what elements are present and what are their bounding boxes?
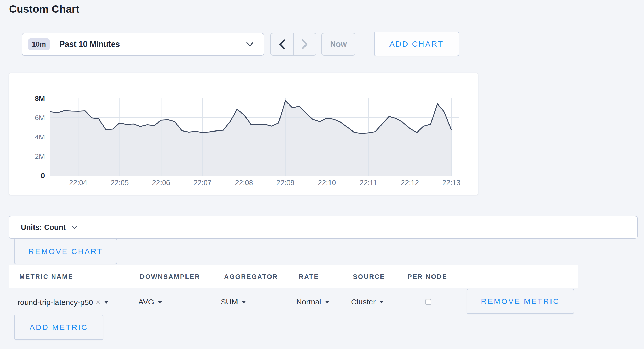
x-axis-tick-label: 22:11 xyxy=(360,179,377,187)
chevron-down-icon xyxy=(246,42,254,47)
chart-card: 02M4M6M8M22:0422:0522:0622:0722:0822:092… xyxy=(9,73,478,195)
downsampler-dropdown[interactable]: AVG xyxy=(138,298,162,306)
x-axis-tick-label: 22:04 xyxy=(69,179,87,187)
y-axis-tick-label: 2M xyxy=(35,152,45,160)
x-axis-tick-label: 22:13 xyxy=(442,179,460,187)
caret-down-icon xyxy=(104,301,109,304)
column-header-rate: RATE xyxy=(299,273,319,280)
x-axis-tick-label: 22:07 xyxy=(193,179,211,187)
remove-tag-icon[interactable]: × xyxy=(96,298,100,307)
now-button[interactable]: Now xyxy=(321,33,355,56)
time-back-button[interactable] xyxy=(271,33,293,55)
rate-value: Normal xyxy=(296,298,321,306)
chevron-right-icon xyxy=(301,39,308,49)
caret-down-icon xyxy=(242,301,246,303)
timeseries-chart[interactable]: 02M4M6M8M22:0422:0522:0622:0722:0822:092… xyxy=(9,73,478,195)
chart-area-fill xyxy=(50,101,451,176)
column-header-aggregator: AGGREGATOR xyxy=(224,273,278,280)
x-axis-tick-label: 22:12 xyxy=(401,179,419,187)
y-axis-tick-label: 8M xyxy=(35,94,45,102)
y-axis-tick-label: 6M xyxy=(35,114,45,122)
toolbar-divider xyxy=(9,32,9,55)
time-window-label: Past 10 Minutes xyxy=(60,40,120,49)
caret-down-icon xyxy=(158,301,162,303)
y-axis-tick-label: 4M xyxy=(35,133,45,141)
x-axis-tick-label: 22:09 xyxy=(276,179,294,187)
time-window-select[interactable]: 10m Past 10 Minutes xyxy=(22,33,264,56)
page-title: Custom Chart xyxy=(9,3,79,15)
column-header-metric-name: METRIC NAME xyxy=(19,273,73,280)
add-chart-button[interactable]: ADD CHART xyxy=(374,32,459,56)
source-value: Cluster xyxy=(351,298,376,306)
time-nav-group xyxy=(270,33,316,56)
time-window-badge: 10m xyxy=(28,38,50,50)
x-axis-tick-label: 22:06 xyxy=(152,179,170,187)
units-select-label: Units: Count xyxy=(21,223,66,232)
rate-dropdown[interactable]: Normal xyxy=(296,298,329,306)
aggregator-dropdown[interactable]: SUM xyxy=(221,298,246,306)
aggregator-value: SUM xyxy=(221,298,238,306)
remove-metric-button[interactable]: REMOVE METRIC xyxy=(467,289,574,314)
y-axis-tick-label: 0 xyxy=(41,172,45,180)
per-node-checkbox[interactable] xyxy=(425,299,431,305)
metrics-table-header: METRIC NAME DOWNSAMPLER AGGREGATOR RATE … xyxy=(9,265,578,288)
metric-name-dropdown[interactable]: round-trip-latency-p50 × xyxy=(18,298,109,307)
x-axis-tick-label: 22:10 xyxy=(318,179,336,187)
caret-down-icon xyxy=(325,301,329,303)
remove-chart-button[interactable]: REMOVE CHART xyxy=(14,239,117,264)
metric-name-value: round-trip-latency-p50 xyxy=(18,298,93,307)
chevron-left-icon xyxy=(279,39,285,49)
add-metric-button[interactable]: ADD METRIC xyxy=(14,315,103,340)
source-dropdown[interactable]: Cluster xyxy=(351,298,384,306)
x-axis-tick-label: 22:05 xyxy=(111,179,129,187)
column-header-per-node: PER NODE xyxy=(408,273,447,280)
downsampler-value: AVG xyxy=(138,298,154,306)
column-header-downsampler: DOWNSAMPLER xyxy=(140,273,200,280)
x-axis-tick-label: 22:08 xyxy=(235,179,253,187)
column-header-source: SOURCE xyxy=(353,273,385,280)
units-select[interactable]: Units: Count xyxy=(9,216,638,239)
caret-down-icon xyxy=(379,301,384,303)
time-forward-button[interactable] xyxy=(293,33,316,55)
chevron-down-icon xyxy=(71,225,78,229)
custom-chart-page: Custom Chart 10m Past 10 Minutes Now ADD… xyxy=(0,0,644,349)
